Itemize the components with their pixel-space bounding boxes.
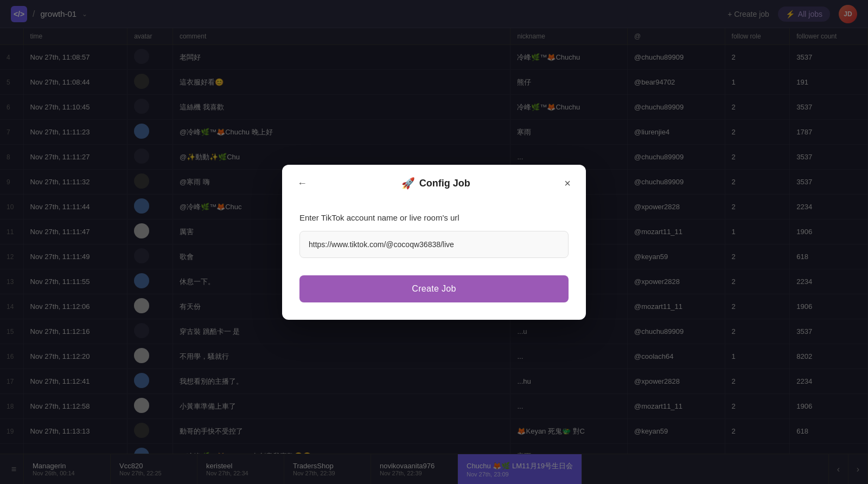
modal-title: Config Job — [419, 178, 470, 189]
modal-overlay[interactable]: ← 🚀 Config Job × Enter TikTok account na… — [0, 0, 868, 484]
modal-back-button[interactable]: ← — [295, 176, 309, 191]
modal-title-area: 🚀 Config Job — [401, 177, 470, 190]
tiktok-url-input[interactable] — [299, 231, 569, 258]
create-job-submit-button[interactable]: Create Job — [299, 275, 569, 302]
modal-header: ← 🚀 Config Job × — [282, 165, 586, 200]
modal-close-button[interactable]: × — [562, 176, 573, 191]
rocket-icon: 🚀 — [401, 177, 415, 190]
config-job-modal: ← 🚀 Config Job × Enter TikTok account na… — [282, 165, 586, 320]
modal-input-label: Enter TikTok account name or live room's… — [299, 213, 569, 222]
modal-body: Enter TikTok account name or live room's… — [282, 200, 586, 320]
